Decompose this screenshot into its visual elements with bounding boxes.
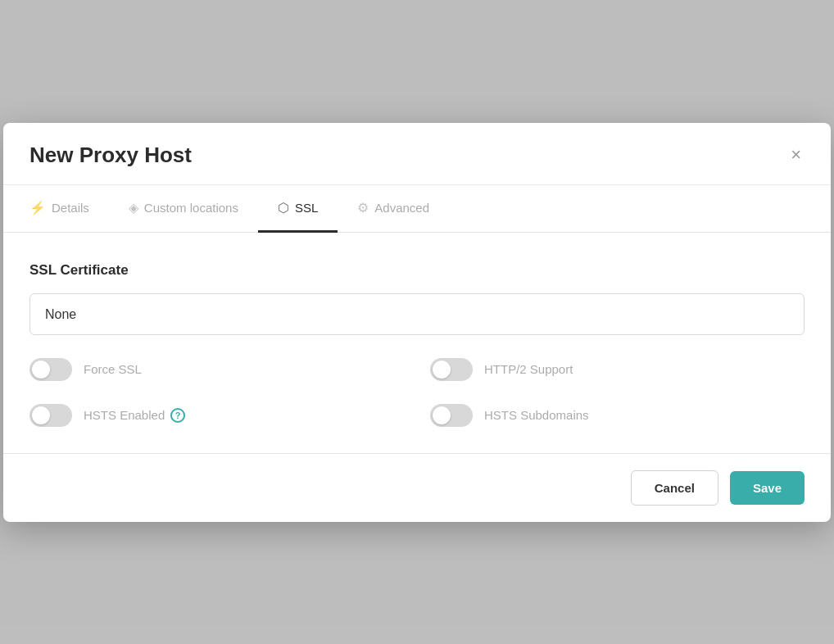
modal-overlay: New Proxy Host × ⚡ Details ◈ Custom loca…: [0, 0, 834, 644]
http2-track[interactable]: [430, 358, 473, 381]
hsts-enabled-knob: [32, 406, 50, 424]
toggle-item-http2: HTTP/2 Support: [430, 358, 805, 381]
tab-custom-locations-label: Custom locations: [144, 201, 238, 215]
force-ssl-toggle[interactable]: [29, 358, 72, 381]
cancel-button[interactable]: Cancel: [631, 470, 718, 506]
force-ssl-track[interactable]: [29, 358, 72, 381]
force-ssl-label: Force SSL: [84, 362, 142, 376]
tab-ssl-label: SSL: [295, 201, 318, 215]
modal-header: New Proxy Host ×: [3, 123, 831, 185]
force-ssl-knob: [32, 361, 50, 379]
ssl-certificate-select[interactable]: None: [29, 293, 805, 335]
tab-bar: ⚡ Details ◈ Custom locations ⬡ SSL ⚙ Adv…: [3, 185, 831, 233]
advanced-icon: ⚙: [357, 200, 369, 215]
tab-custom-locations[interactable]: ◈ Custom locations: [109, 185, 258, 233]
save-button[interactable]: Save: [730, 471, 805, 505]
hsts-subdomains-knob: [433, 406, 451, 424]
tab-details[interactable]: ⚡ Details: [29, 185, 109, 233]
close-button[interactable]: ×: [787, 143, 805, 167]
close-icon: ×: [791, 144, 801, 165]
toggle-item-force-ssl: Force SSL: [29, 358, 404, 381]
modal-dialog: New Proxy Host × ⚡ Details ◈ Custom loca…: [3, 123, 831, 522]
http2-label: HTTP/2 Support: [484, 362, 573, 376]
tab-details-label: Details: [52, 201, 89, 215]
modal-body: SSL Certificate None Force SSL: [3, 233, 831, 453]
tab-ssl[interactable]: ⬡ SSL: [258, 185, 338, 233]
hsts-subdomains-toggle[interactable]: [430, 404, 473, 427]
ssl-icon: ⬡: [278, 200, 289, 215]
hsts-enabled-track[interactable]: [29, 404, 72, 427]
tab-advanced-label: Advanced: [374, 201, 429, 215]
hsts-enabled-label: HSTS Enabled ?: [84, 408, 185, 423]
http2-knob: [433, 361, 451, 379]
http2-toggle[interactable]: [430, 358, 473, 381]
toggle-grid: Force SSL HTTP/2 Support: [29, 358, 805, 427]
modal-footer: Cancel Save: [3, 453, 831, 522]
details-icon: ⚡: [29, 200, 46, 215]
ssl-section-label: SSL Certificate: [29, 262, 805, 279]
tab-advanced[interactable]: ⚙ Advanced: [338, 185, 449, 233]
modal-title: New Proxy Host: [29, 143, 192, 168]
toggle-item-hsts-enabled: HSTS Enabled ?: [29, 404, 404, 427]
hsts-enabled-toggle[interactable]: [29, 404, 72, 427]
toggle-item-hsts-subdomains: HSTS Subdomains: [430, 404, 805, 427]
hsts-subdomains-track[interactable]: [430, 404, 473, 427]
hsts-subdomains-label: HSTS Subdomains: [484, 408, 589, 422]
hsts-help-icon[interactable]: ?: [170, 408, 185, 423]
custom-locations-icon: ◈: [129, 200, 138, 215]
